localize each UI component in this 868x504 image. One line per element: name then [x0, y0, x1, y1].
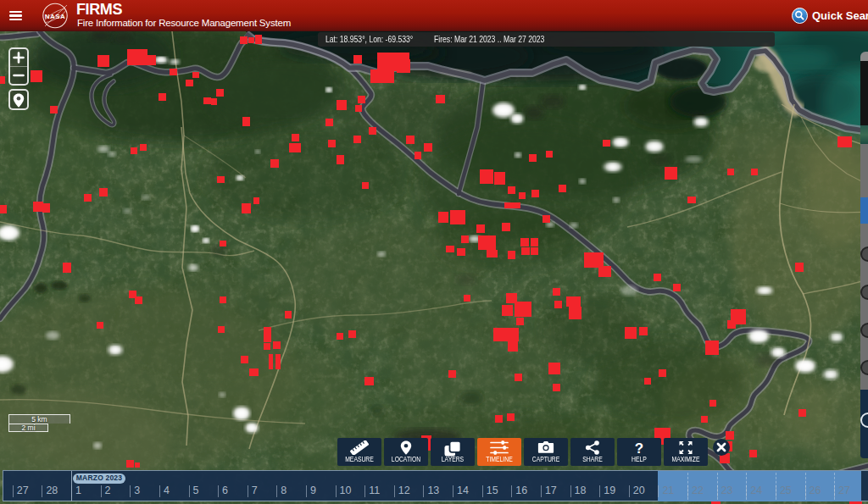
svg-text:NASA: NASA: [45, 13, 65, 20]
svg-text:?: ?: [635, 440, 643, 456]
